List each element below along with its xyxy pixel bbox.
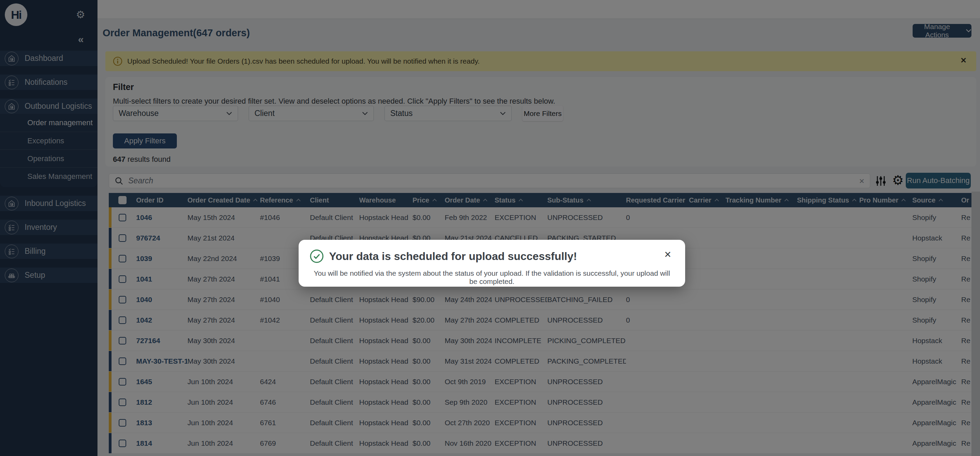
modal-backdrop[interactable] <box>0 0 980 456</box>
success-check-icon <box>309 249 324 264</box>
modal-subtext: You will be notified via the system abou… <box>299 269 685 286</box>
modal-title-row: Your data is scheduled for upload succes… <box>309 249 577 264</box>
modal-title: Your data is scheduled for upload succes… <box>329 250 577 263</box>
modal-close-icon[interactable]: ✕ <box>664 250 671 259</box>
upload-success-modal: Your data is scheduled for upload succes… <box>299 240 685 287</box>
order-management-app: Hi ⚙ « DashboardNotificationsOutbound Lo… <box>0 0 980 456</box>
